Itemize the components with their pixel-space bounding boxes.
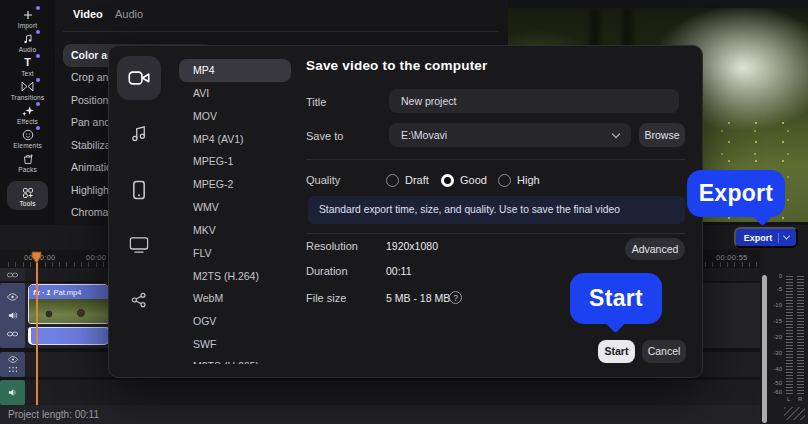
title-input[interactable] [389,89,679,113]
new-dot [36,126,40,130]
sidebar-item-effects[interactable]: Effects [0,104,55,125]
sidebar-item-text[interactable]: T Text [0,56,55,77]
timeline-clip[interactable]: fx · 1 Pat.mp4 [28,284,109,345]
button-divider [778,233,779,243]
format-swf[interactable]: SWF [179,333,291,356]
radio-good[interactable] [441,174,454,187]
format-ogv[interactable]: OGV [179,310,291,333]
music-note-icon [20,32,35,45]
radio-draft-label[interactable]: Draft [405,174,429,186]
duration-value: 00:11 [386,265,412,277]
format-avi[interactable]: AVI [179,82,291,105]
sparkle-icon [20,104,35,117]
chevron-down-icon [783,233,790,240]
advanced-button[interactable]: Advanced [625,238,685,260]
dialog-title: Save video to the computer [306,58,488,73]
meter-ticks-right [797,276,804,394]
format-mp4-av1[interactable]: MP4 (AV1) [179,128,291,151]
meter-label: -30 [764,350,782,356]
radio-high-label[interactable]: High [517,174,540,186]
speaker-icon [8,311,18,320]
cancel-button[interactable]: Cancel [642,340,686,363]
eye-icon [8,356,18,363]
vertical-scrollbar[interactable] [762,275,767,423]
save-to-label: Save to [306,130,343,142]
speaker-icon [8,388,18,397]
format-m2ts-h264[interactable]: M2TS (H.264) [179,265,291,288]
format-clipped[interactable]: M2TS (H.265) [179,355,291,364]
clip-audio-part[interactable] [28,327,109,345]
new-dot [36,102,40,106]
quality-label: Quality [306,174,340,186]
help-icon[interactable]: ? [449,291,462,304]
video-track-header[interactable] [0,283,25,348]
format-mp4[interactable]: MP4 [179,59,291,82]
sidebar-item-elements[interactable]: Elements [0,128,55,149]
text-icon: T [20,56,35,69]
format-mpeg2[interactable]: MPEG-2 [179,173,291,196]
playhead-marker[interactable] [31,251,42,264]
smiley-icon [20,128,35,141]
sidebar-item-packs[interactable]: Packs [0,152,55,173]
export-button[interactable]: Export [734,227,798,248]
file-size-label: File size [306,292,346,304]
tools-grid-icon [20,186,35,199]
app-window: Video Audio Color adj Crop and Position … [0,0,808,424]
transitions-icon [20,80,35,93]
resolution-label: Resolution [306,240,358,252]
duration-label: Duration [306,265,348,277]
format-wmv[interactable]: WMV [179,196,291,219]
clip-thumbnails [29,299,108,323]
clip-video-part[interactable]: fx · 1 Pat.mp4 [28,284,109,324]
browse-button[interactable]: Browse [639,123,685,147]
audio-track-header[interactable] [0,380,25,405]
format-mkv[interactable]: MKV [179,219,291,242]
sidebar-item-audio[interactable]: Audio [0,32,55,53]
playhead-line[interactable] [36,252,38,405]
title-label: Title [306,96,326,108]
sidebar-item-tools[interactable]: Tools [0,186,55,207]
new-dot [36,6,40,10]
meter-label: -5 [764,286,782,292]
meter-label: -15 [764,318,782,324]
meter-ticks-left [786,276,793,394]
radio-draft[interactable] [386,174,399,187]
new-dot [36,78,40,82]
callout-tail [752,205,773,226]
format-webm[interactable]: WebM [179,287,291,310]
ruler-label-right: 00:00:55 [716,253,748,262]
radio-high[interactable] [498,174,511,187]
chevron-down-icon [612,130,620,138]
tab-video[interactable]: Video [73,8,103,20]
format-mpeg1[interactable]: MPEG-1 [179,150,291,173]
audio-track [0,380,760,405]
divider [306,233,685,234]
status-bar: Project length: 00:11 [0,405,760,424]
plus-icon [20,8,35,21]
clip-header: fx · 1 Pat.mp4 [29,285,108,299]
start-button[interactable]: Start [598,340,635,363]
sidebar-item-import[interactable]: Import [0,8,55,29]
sidebar-item-transitions[interactable]: Transitions [0,80,55,101]
channel-right-label: R [798,396,802,402]
ruler-ticks [705,262,760,267]
meter-label: -60 [764,389,782,395]
tab-divider [63,31,498,32]
meter-label: -10 [764,302,782,308]
meter-label: 0 [764,273,782,279]
bag-icon [20,152,35,165]
format-mov[interactable]: MOV [179,105,291,128]
project-length-text: Project length: 00:11 [8,409,99,420]
radio-good-label[interactable]: Good [460,174,487,186]
save-to-select[interactable]: E:\Movavi [389,123,631,147]
resize-grip-icon[interactable] [784,407,805,420]
track-link-header[interactable] [0,268,25,281]
link-icon [7,271,18,279]
link-icon [7,330,18,338]
ruler-ticks [8,262,108,267]
format-list: MP4 AVI MOV MP4 (AV1) MPEG-1 MPEG-2 WMV … [109,46,301,364]
sidebar: Import Audio T Text Transitions Effec [0,0,55,225]
overlay-track-header[interactable] [0,352,25,377]
tab-audio[interactable]: Audio [115,8,143,20]
format-flv[interactable]: FLV [179,242,291,265]
